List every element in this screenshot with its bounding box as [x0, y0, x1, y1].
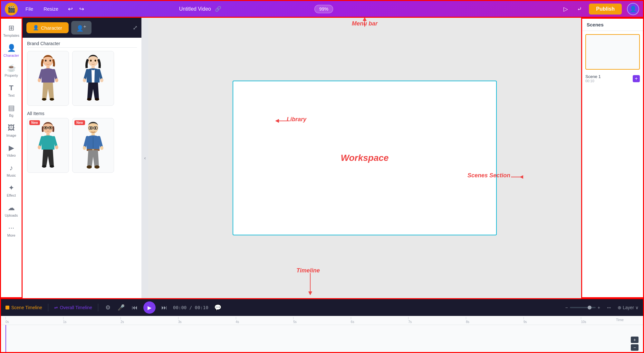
- overall-timeline-icon: ⇌: [54, 305, 58, 310]
- svg-point-26: [50, 165, 54, 168]
- scene-timeline-text: Scene Timeline: [11, 305, 42, 310]
- time-display: 00:00 / 00:10: [173, 305, 208, 310]
- add-scene-button[interactable]: +: [633, 75, 640, 82]
- sidebar-label-character: Character: [4, 54, 19, 57]
- zoom-control[interactable]: 99%: [314, 5, 333, 13]
- skip-back-button[interactable]: ⏮: [130, 303, 139, 312]
- sidebar-item-effect[interactable]: ✦ Effect: [2, 181, 21, 200]
- character-figure-3: [27, 118, 69, 172]
- svg-point-32: [95, 127, 96, 129]
- sidebar-item-bg[interactable]: ▤ Bg: [2, 101, 21, 120]
- expand-panel-button[interactable]: ⤢: [133, 24, 138, 31]
- arrow-scenes: [510, 172, 523, 182]
- effect-icon: ✦: [8, 184, 14, 192]
- collapse-panel-button[interactable]: ‹: [142, 18, 148, 298]
- left-sidebar: ⊞ Templates 👤 Character ☕ Property T Tex…: [0, 18, 23, 298]
- character-card-3[interactable]: New: [27, 118, 69, 173]
- svg-point-40: [94, 165, 100, 169]
- layer-icon: ⊕: [618, 305, 621, 310]
- sidebar-label-templates: Templates: [3, 34, 19, 37]
- file-menu[interactable]: File: [23, 5, 36, 13]
- redo-button[interactable]: ↪: [77, 4, 86, 14]
- timeline-tracks: + −: [1, 325, 643, 352]
- expand-timeline-button[interactable]: ↔: [605, 303, 613, 312]
- sidebar-item-uploads[interactable]: ☁ Uploads: [2, 201, 21, 220]
- character-card-4[interactable]: New: [72, 118, 114, 173]
- share-button[interactable]: ⤶: [575, 4, 584, 14]
- publish-button[interactable]: Publish: [589, 4, 622, 15]
- add-character-button[interactable]: 👤+: [71, 21, 91, 34]
- settings-button[interactable]: ⚙: [104, 303, 112, 312]
- annotation-menu-bar: Menu bar: [352, 20, 378, 27]
- svg-point-12: [83, 78, 86, 82]
- canvas-area: Workspace: [233, 81, 497, 235]
- scenes-panel: Scenes Scene 1 00:10 +: [581, 18, 644, 298]
- mic-button[interactable]: 🎤: [116, 303, 126, 312]
- svg-point-25: [42, 165, 46, 168]
- all-items-grid: New: [23, 118, 141, 176]
- sidebar-label-music: Music: [7, 173, 16, 177]
- svg-point-1: [45, 60, 47, 62]
- sidebar-label-property: Property: [5, 74, 18, 77]
- sidebar-item-more[interactable]: ··· More: [2, 221, 21, 240]
- sidebar-label-video: Video: [7, 153, 16, 157]
- brand-character-label: Brand Character: [23, 38, 141, 47]
- library-panel: 👤 Character 👤+ ⤢ Brand Character: [23, 18, 142, 298]
- sidebar-item-image[interactable]: 🖼 Image: [2, 121, 21, 140]
- character-figure-1: [27, 51, 69, 105]
- volume-slider[interactable]: − +: [565, 305, 600, 310]
- ruler-mark-0: 0s: [5, 317, 63, 324]
- all-items-label: All Items: [23, 109, 141, 118]
- svg-point-38: [100, 146, 103, 150]
- svg-point-14: [87, 98, 91, 101]
- total-time: 00:10: [195, 305, 208, 310]
- sidebar-item-video[interactable]: ▶ Video: [2, 141, 21, 160]
- volume-thumb[interactable]: [588, 306, 591, 309]
- user-avatar[interactable]: 👤: [627, 3, 639, 15]
- text-icon: T: [9, 84, 13, 92]
- title-bar: Untitled Video 🔗: [91, 6, 309, 12]
- character-tab-button[interactable]: 👤 Character: [26, 22, 69, 33]
- play-button[interactable]: ▶: [143, 301, 156, 314]
- svg-point-7: [50, 98, 54, 101]
- subtitle-button[interactable]: 💬: [213, 303, 223, 312]
- timeline-zoom-minus-button[interactable]: −: [631, 344, 639, 351]
- svg-point-24: [55, 145, 58, 149]
- scene-1-time: 00:10: [585, 79, 601, 83]
- uploads-icon: ☁: [8, 204, 15, 212]
- templates-icon: ⊞: [8, 24, 14, 32]
- character-card-2[interactable]: [72, 51, 114, 106]
- ruler-mark-9: 9s: [524, 317, 581, 324]
- playhead[interactable]: [5, 325, 6, 352]
- new-badge-3: New: [29, 120, 40, 125]
- more-icon: ···: [8, 224, 14, 232]
- ruler-marks: 0s 1s 2s 3s 4s 5s: [5, 317, 639, 324]
- preview-button[interactable]: ▷: [562, 4, 570, 14]
- sidebar-item-music[interactable]: ♪ Music: [2, 161, 21, 180]
- skip-forward-button[interactable]: ⏭: [160, 303, 168, 312]
- character-tab-label: Character: [41, 25, 62, 31]
- character-svg-2: [80, 54, 106, 103]
- brand-chars-grid: [23, 48, 141, 109]
- undo-button[interactable]: ↩: [66, 4, 75, 14]
- sidebar-item-templates[interactable]: ⊞ Templates: [2, 21, 21, 40]
- logo-icon[interactable]: 🎬: [5, 3, 18, 15]
- timeline-ruler: 0s 1s 2s 3s 4s 5s: [1, 316, 643, 325]
- character-svg-1: [35, 54, 61, 103]
- ruler-mark-4: 4s: [236, 317, 293, 324]
- sidebar-item-text[interactable]: T Text: [2, 81, 21, 100]
- divider-timeline-1: [48, 304, 48, 311]
- volume-track[interactable]: [570, 307, 596, 308]
- character-card-1[interactable]: [27, 51, 69, 106]
- svg-point-39: [87, 165, 92, 169]
- timeline-zoom-plus-button[interactable]: +: [631, 337, 639, 343]
- resize-menu[interactable]: Resize: [41, 5, 61, 13]
- scene-1-name: Scene 1: [585, 74, 601, 79]
- ruler-mark-3: 3s: [178, 317, 236, 324]
- annotation-timeline: Timeline: [296, 267, 320, 274]
- sidebar-item-character[interactable]: 👤 Character: [2, 41, 21, 60]
- layer-text: Layer: [623, 305, 634, 310]
- menu-bar: 🎬 File Resize ↩ ↪ Untitled Video 🔗 99% ▷…: [0, 0, 644, 18]
- sidebar-item-property[interactable]: ☕ Property: [2, 61, 21, 80]
- scene-thumbnail-1[interactable]: [585, 34, 640, 70]
